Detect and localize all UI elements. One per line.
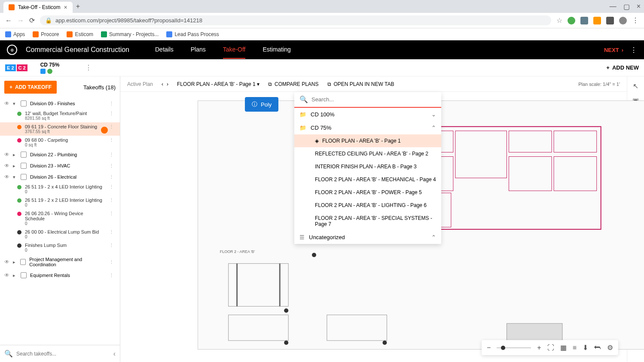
visibility-icon[interactable]: 👁 (4, 163, 9, 169)
expand-icon[interactable]: ▾ (13, 174, 17, 180)
item-menu-icon[interactable]: ⋮ (107, 243, 116, 248)
group-menu-icon[interactable]: ⋮ (107, 273, 116, 278)
takeoff-item[interactable]: Finishes Lump Sum0⋮ (0, 241, 120, 254)
maximize-icon[interactable]: ▢ (623, 3, 630, 11)
item-menu-icon[interactable]: ⋮ (107, 137, 116, 143)
dropdown-plan-item[interactable]: ◈FLOOR PLAN - AREA 'B' - Page 1 (294, 134, 441, 147)
item-menu-icon[interactable]: ⋮ (107, 229, 116, 235)
compare-plans-button[interactable]: ⧉ COMPARE PLANS (268, 81, 318, 87)
plan-selector-dropdown[interactable]: FLOOR PLAN - AREA 'B' - Page 1 ▾ (177, 81, 259, 87)
expand-icon[interactable]: ⌃ (431, 234, 436, 240)
tab-details[interactable]: Details (155, 41, 174, 59)
extension-icon[interactable] (580, 17, 588, 24)
expand-icon[interactable]: ⌃ (431, 125, 436, 131)
dropdown-search-input[interactable] (311, 96, 436, 103)
expand-icon[interactable]: ⌄ (431, 111, 436, 118)
header-menu-icon[interactable]: ⋮ (630, 46, 637, 54)
dropdown-folder[interactable]: 📁CD 75%⌃ (294, 121, 441, 134)
download-icon[interactable]: ⬇ (583, 344, 588, 352)
visibility-icon[interactable]: 👁 (4, 152, 9, 158)
version-chips[interactable]: E 2 C 2 (5, 64, 27, 71)
group-checkbox[interactable] (20, 259, 26, 265)
takeoff-group[interactable]: 👁▸Division 22 - Plumbing⋮ (0, 149, 120, 160)
tab-takeoff[interactable]: Take-Off (223, 41, 246, 59)
group-checkbox[interactable] (21, 272, 27, 278)
open-plan-new-tab-button[interactable]: ⧉ OPEN PLAN IN NEW TAB (327, 81, 394, 87)
item-menu-icon[interactable]: ⋮ (107, 198, 116, 203)
takeoff-item[interactable]: 09 61 19 - Concrete Floor Staining3767.5… (0, 122, 120, 136)
app-logo[interactable]: ⊕ (7, 45, 17, 55)
takeoff-item[interactable]: 09 68 00 - Carpeting0 sq ft⋮ (0, 136, 120, 149)
settings-icon[interactable]: ⚙ (607, 344, 613, 352)
expand-icon[interactable]: ▸ (13, 273, 17, 278)
grid-icon[interactable]: ▦ (560, 344, 567, 352)
bookmark-apps[interactable]: Apps (5, 31, 25, 37)
group-checkbox[interactable] (21, 152, 27, 158)
takeoff-group[interactable]: 👁▾Division 09 - Finishes⋮ (0, 98, 120, 109)
address-bar[interactable]: 🔒 app.esticom.com/project/98985/takeoff?… (40, 15, 551, 25)
expand-icon[interactable]: ▸ (13, 163, 17, 169)
dropdown-plan-item[interactable]: FLOOR 2 PLAN - AREA 'B' - LIGHTING - Pag… (294, 199, 441, 212)
extension-icon[interactable] (593, 17, 601, 24)
extension-icon[interactable] (568, 17, 575, 24)
next-button[interactable]: NEXT › (604, 47, 623, 53)
minimize-icon[interactable]: — (610, 3, 617, 11)
item-menu-icon[interactable]: ⋮ (107, 211, 116, 216)
bookmark-summary[interactable]: Summary - Projects... (101, 31, 159, 37)
bookmark-star-icon[interactable]: ☆ (556, 16, 562, 24)
expand-icon[interactable]: ▾ (13, 101, 17, 106)
back-icon[interactable]: ← (5, 17, 12, 24)
dropdown-plan-item[interactable]: FLOOR 2 PLAN - AREA 'B' - SPECIAL SYSTEM… (294, 212, 441, 231)
takeoff-item[interactable]: 26 51 19 - 2 x 4 LED Interior Lighting0⋮ (0, 183, 120, 196)
dropdown-plan-item[interactable]: FLOOR 2 PLAN - AREA 'B' - MECHANICAL - P… (294, 173, 441, 186)
chrome-menu-icon[interactable]: ⋮ (632, 16, 639, 24)
plan-version-selector[interactable]: CD 75% (40, 62, 60, 74)
browser-tab[interactable]: Take-Off - Esticom × (3, 2, 73, 13)
zoom-in-icon[interactable]: + (537, 344, 541, 352)
extension-icon[interactable] (606, 17, 614, 24)
takeoff-group[interactable]: 👁▸Equipment Rentals⋮ (0, 270, 120, 281)
bookmark-esticom[interactable]: Esticom (67, 31, 93, 37)
layers-icon[interactable]: ≡ (573, 344, 577, 352)
expand-icon[interactable]: ▸ (13, 152, 17, 158)
group-menu-icon[interactable]: ⋮ (107, 152, 116, 158)
group-checkbox[interactable] (21, 100, 27, 106)
group-menu-icon[interactable]: ⋮ (107, 259, 116, 265)
dropdown-plan-item[interactable]: FLOOR 2 PLAN - AREA 'B' - POWER - Page 5 (294, 186, 441, 199)
expand-icon[interactable]: ▸ (13, 259, 17, 265)
visibility-icon[interactable]: 👁 (4, 259, 9, 265)
cursor-tool-icon[interactable]: ↖ (632, 82, 640, 90)
reload-icon[interactable]: ⟳ (29, 16, 35, 24)
takeoff-item[interactable]: 26 00 00 - Electrical Lump Sum Bid0⋮ (0, 228, 120, 241)
close-window-icon[interactable]: × (637, 3, 641, 11)
dropdown-folder[interactable]: 📁CD 100%⌄ (294, 108, 441, 121)
zoom-out-icon[interactable]: − (487, 344, 491, 352)
dropdown-plan-item[interactable]: REFLECTED CEILING PLAN - AREA 'B' - Page… (294, 147, 441, 160)
visibility-icon[interactable]: 👁 (4, 100, 9, 106)
share-icon[interactable]: ⮪ (594, 344, 601, 352)
close-tab-icon[interactable]: × (64, 4, 67, 11)
add-takeoff-button[interactable]: + ADD TAKEOFF (4, 81, 57, 94)
fit-screen-icon[interactable]: ⛶ (547, 344, 554, 352)
visibility-icon[interactable]: 👁 (4, 272, 9, 278)
group-checkbox[interactable] (21, 174, 27, 180)
item-menu-icon[interactable]: ⋮ (107, 184, 116, 190)
prev-plan-icon[interactable]: ‹ (162, 81, 163, 87)
dropdown-folder[interactable]: ☰Uncategorized⌃ (294, 231, 441, 244)
group-checkbox[interactable] (21, 163, 27, 169)
zoom-slider[interactable] (497, 347, 531, 348)
takeoff-item[interactable]: 26 51 19 - 2 x 2 LED Interior Lighting0⋮ (0, 196, 120, 209)
takeoff-item[interactable]: 26 06 20.26 - Wiring Device Schedule0⋮ (0, 209, 120, 228)
visibility-icon[interactable]: 👁 (4, 174, 9, 180)
new-tab-button[interactable]: + (76, 3, 80, 10)
add-new-button[interactable]: + ADD NEW (606, 64, 639, 71)
bookmark-leadpass[interactable]: Lead Pass Process (166, 31, 219, 37)
takeoff-item[interactable]: 12' wall, Budget Texture/Paint8281.58 sq… (0, 109, 120, 122)
tab-plans[interactable]: Plans (191, 41, 206, 59)
search-takeoffs-input[interactable] (16, 351, 110, 357)
item-menu-icon[interactable]: ⋮ (107, 124, 116, 130)
takeoff-group[interactable]: 👁▸Project Management and Coordination⋮ (0, 254, 120, 270)
next-plan-icon[interactable]: › (167, 81, 168, 87)
tab-estimating[interactable]: Estimating (262, 41, 290, 59)
bookmark-procore[interactable]: Procore (33, 31, 59, 37)
